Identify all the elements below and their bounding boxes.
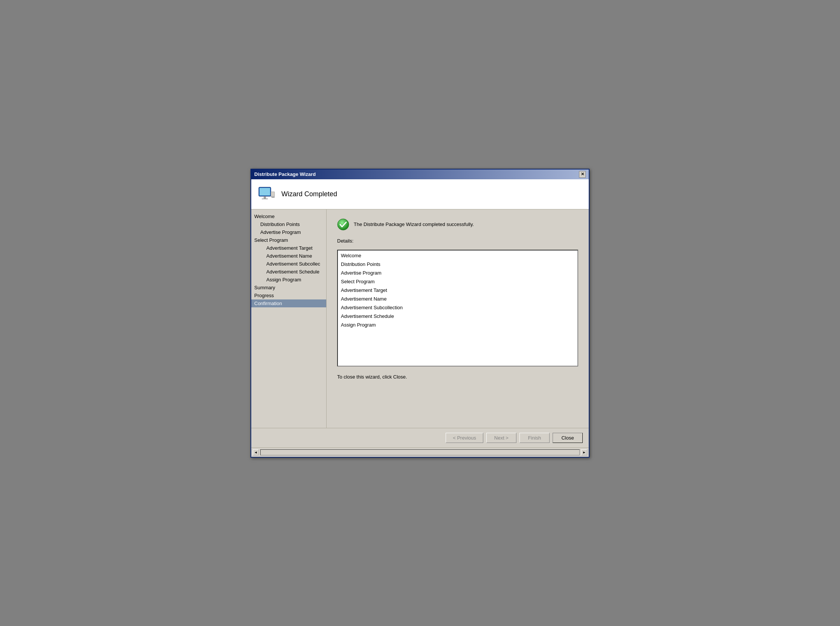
next-button[interactable]: Next > xyxy=(486,433,516,443)
wizard-header: Wizard Completed xyxy=(251,179,589,210)
wizard-content: The Distribute Package Wizard completed … xyxy=(327,210,589,428)
svg-rect-6 xyxy=(272,197,275,198)
sidebar-item-advertisement-subcollec[interactable]: Advertisement Subcollec xyxy=(251,260,326,268)
sidebar-item-distribution-points[interactable]: Distribution Points xyxy=(251,220,326,228)
finish-button[interactable]: Finish xyxy=(519,433,549,443)
wizard-sidebar: WelcomeDistribution PointsAdvertise Prog… xyxy=(251,210,327,428)
details-item[interactable]: Assign Program xyxy=(339,321,576,329)
close-hint: To close this wizard, click Close. xyxy=(337,374,578,380)
window-title: Distribute Package Wizard xyxy=(254,171,316,177)
wizard-window: Distribute Package Wizard ✕ Wizard Compl… xyxy=(250,169,590,458)
sidebar-item-progress[interactable]: Progress xyxy=(251,291,326,299)
success-message: The Distribute Package Wizard completed … xyxy=(354,221,474,227)
details-item[interactable]: Advertisement Schedule xyxy=(339,312,576,321)
scroll-track[interactable] xyxy=(260,449,580,455)
details-item[interactable]: Advertisement Subcollection xyxy=(339,303,576,312)
sidebar-item-advertisement-schedule[interactable]: Advertisement Schedule xyxy=(251,268,326,276)
sidebar-item-advertisement-name[interactable]: Advertisement Name xyxy=(251,252,326,260)
title-bar: Distribute Package Wizard ✕ xyxy=(251,169,589,179)
svg-rect-2 xyxy=(264,196,266,199)
horizontal-scrollbar: ◄ ► xyxy=(251,448,589,457)
sidebar-item-assign-program[interactable]: Assign Program xyxy=(251,276,326,283)
sidebar-item-welcome[interactable]: Welcome xyxy=(251,213,326,220)
wizard-footer: < Previous Next > Finish Close xyxy=(251,428,589,448)
svg-point-7 xyxy=(338,219,349,230)
details-item[interactable]: Select Program xyxy=(339,277,576,286)
success-icon xyxy=(337,219,349,230)
svg-rect-3 xyxy=(262,199,268,199)
wizard-main: WelcomeDistribution PointsAdvertise Prog… xyxy=(251,210,589,428)
details-label: Details: xyxy=(337,238,578,244)
details-item[interactable]: Distribution Points xyxy=(339,260,576,269)
svg-rect-1 xyxy=(260,188,270,196)
sidebar-item-advertisement-target[interactable]: Advertisement Target xyxy=(251,244,326,252)
wizard-title: Wizard Completed xyxy=(282,190,337,198)
sidebar-item-confirmation[interactable]: Confirmation xyxy=(251,299,326,307)
success-row: The Distribute Package Wizard completed … xyxy=(337,219,578,230)
details-listbox[interactable]: WelcomeDistribution PointsAdvertise Prog… xyxy=(337,250,578,366)
scroll-left-button[interactable]: ◄ xyxy=(253,449,259,455)
scroll-right-button[interactable]: ► xyxy=(581,449,587,455)
sidebar-item-advertise-program[interactable]: Advertise Program xyxy=(251,228,326,236)
computer-icon xyxy=(257,185,275,203)
sidebar-item-summary[interactable]: Summary xyxy=(251,283,326,291)
details-item[interactable]: Advertise Program xyxy=(339,269,576,277)
previous-button[interactable]: < Previous xyxy=(446,433,483,443)
details-item[interactable]: Advertisement Target xyxy=(339,286,576,294)
details-item[interactable]: Welcome xyxy=(339,251,576,260)
svg-rect-5 xyxy=(271,192,274,196)
sidebar-item-select-program[interactable]: Select Program xyxy=(251,236,326,244)
close-button[interactable]: Close xyxy=(552,433,583,443)
window-close-button[interactable]: ✕ xyxy=(579,171,586,178)
details-item[interactable]: Advertisement Name xyxy=(339,294,576,303)
